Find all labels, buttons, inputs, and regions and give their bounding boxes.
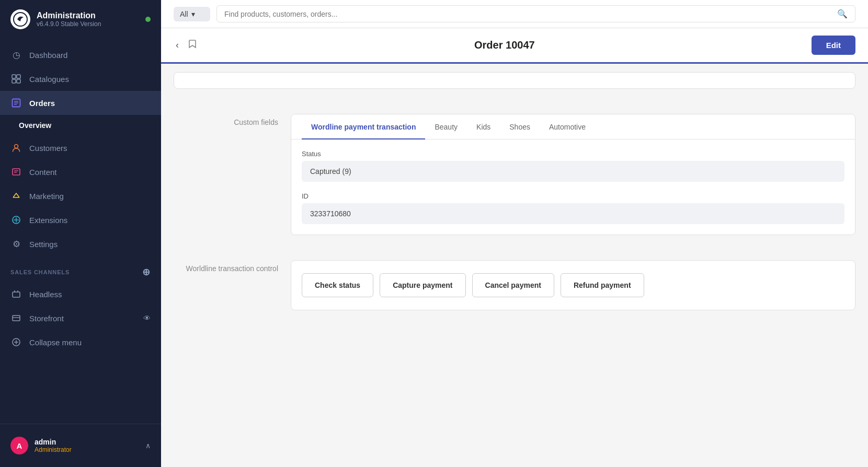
svg-rect-2 [17,75,20,78]
sidebar-item-content[interactable]: Content [0,160,161,184]
status-field-group: Status Captured (9) [302,150,844,182]
custom-fields-form: Status Captured (9) ID 3233710680 [291,139,855,235]
sidebar-item-orders[interactable]: Orders [0,91,161,115]
extensions-icon [10,214,22,226]
app-logo [10,9,30,29]
orders-icon [10,97,22,109]
sidebar: Administration v6.4.9.0 Stable Version ◷… [0,0,161,467]
collapse-icon [10,336,22,348]
status-field-value: Captured (9) [302,161,844,182]
page-header: ‹ Order 10047 Edit [161,28,868,64]
user-chevron-icon: ∧ [145,441,151,450]
bookmark-icon[interactable] [187,39,198,52]
sidebar-item-storefront[interactable]: Storefront 👁 [0,306,161,330]
transaction-control-card: Check status Capture payment Cancel paym… [291,260,855,310]
sidebar-item-settings[interactable]: ⚙ Settings [0,232,161,256]
status-field-label: Status [302,150,844,158]
tab-kids[interactable]: Kids [467,114,500,139]
sidebar-item-customers[interactable]: Customers [0,136,161,160]
check-status-button[interactable]: Check status [302,273,373,297]
back-button[interactable]: ‹ [174,38,181,53]
avatar: A [10,437,28,454]
sidebar-item-customers-label: Customers [29,144,67,153]
add-sales-channel-icon[interactable]: ⊕ [142,266,151,278]
storefront-eye-icon: 👁 [143,314,151,322]
sidebar-item-overview[interactable]: Overview [0,115,161,136]
tab-beauty[interactable]: Beauty [425,114,467,139]
sales-channels-label: Sales Channels [10,269,70,275]
sidebar-item-headless[interactable]: Headless [0,282,161,306]
search-type-select[interactable]: All ▾ [174,7,210,21]
id-field-label: ID [302,192,844,200]
svg-rect-10 [13,169,20,175]
marketing-icon [10,190,22,202]
custom-fields-section: Custom fields Wordline payment transacti… [174,101,855,235]
app-version: v6.4.9.0 Stable Version [37,20,101,28]
id-field-group: ID 3233710680 [302,192,844,224]
edit-button[interactable]: Edit [812,36,855,55]
sidebar-item-dashboard[interactable]: ◷ Dashboard [0,43,161,67]
main-content: All ▾ 🔍 ‹ Order 10047 Edit Custom fields [161,0,868,467]
user-row[interactable]: A admin Administrator ∧ [0,430,161,461]
content-area: Custom fields Wordline payment transacti… [161,64,868,467]
main-nav: ◷ Dashboard Catalogues [0,39,161,424]
cancel-payment-button[interactable]: Cancel payment [472,273,554,297]
top-partial-card [174,72,855,89]
sidebar-item-orders-label: Orders [29,99,55,108]
sidebar-item-catalogues-label: Catalogues [29,75,69,84]
sidebar-item-headless-label: Headless [29,290,62,299]
sidebar-item-settings-label: Settings [29,240,58,249]
sidebar-item-content-label: Content [29,168,57,177]
sidebar-item-dashboard-label: Dashboard [29,51,67,60]
svg-rect-4 [17,79,20,83]
settings-icon: ⚙ [10,238,22,250]
search-input-wrap: 🔍 [216,5,855,22]
sidebar-item-extensions[interactable]: Extensions [0,208,161,232]
search-type-label: All [180,10,188,18]
sales-channels-section: Sales Channels ⊕ [0,256,161,282]
custom-fields-tabs: Wordline payment transaction Beauty Kids… [291,114,855,139]
user-name: admin [35,438,72,446]
search-input[interactable] [224,10,833,18]
capture-payment-button[interactable]: Capture payment [380,273,465,297]
status-dot [145,17,151,22]
sidebar-item-marketing-label: Marketing [29,192,64,201]
dashboard-icon: ◷ [10,49,22,61]
topbar: All ▾ 🔍 [161,0,868,28]
catalogues-icon [10,73,22,85]
refund-payment-button[interactable]: Refund payment [561,273,644,297]
transaction-control-buttons: Check status Capture payment Cancel paym… [291,261,855,310]
svg-rect-3 [12,79,16,83]
page-title: Order 10047 [204,39,805,51]
sidebar-item-storefront-label: Storefront [29,314,64,323]
svg-rect-1 [12,75,16,78]
app-info: Administration v6.4.9.0 Stable Version [37,11,101,28]
sidebar-header: Administration v6.4.9.0 Stable Version [0,0,161,39]
customers-icon [10,142,22,154]
headless-icon [10,288,22,300]
sidebar-item-extensions-label: Extensions [29,216,67,225]
collapse-menu-label: Collapse menu [29,338,82,347]
svg-rect-20 [13,316,20,321]
tab-automotive[interactable]: Automotive [540,114,595,139]
id-field-value: 3233710680 [302,203,844,224]
svg-rect-17 [13,292,20,297]
transaction-control-section: Worldline transaction control Check stat… [174,248,855,310]
content-icon [10,166,22,178]
user-info: admin Administrator [35,438,72,453]
search-icon: 🔍 [837,9,848,19]
tab-worldline[interactable]: Wordline payment transaction [302,114,425,139]
app-name: Administration [37,11,101,20]
sidebar-item-marketing[interactable]: Marketing [0,184,161,208]
sidebar-item-overview-label: Overview [19,121,51,130]
custom-fields-label: Custom fields [174,114,278,126]
custom-fields-card: Wordline payment transaction Beauty Kids… [291,114,855,235]
chevron-down-icon: ▾ [191,10,195,18]
storefront-icon [10,312,22,324]
transaction-control-label: Worldline transaction control [174,260,278,273]
collapse-menu-item[interactable]: Collapse menu [0,330,161,354]
sidebar-item-catalogues[interactable]: Catalogues [0,67,161,91]
svg-point-9 [15,145,18,148]
tab-shoes[interactable]: Shoes [500,114,540,139]
sidebar-bottom: A admin Administrator ∧ [0,424,161,467]
